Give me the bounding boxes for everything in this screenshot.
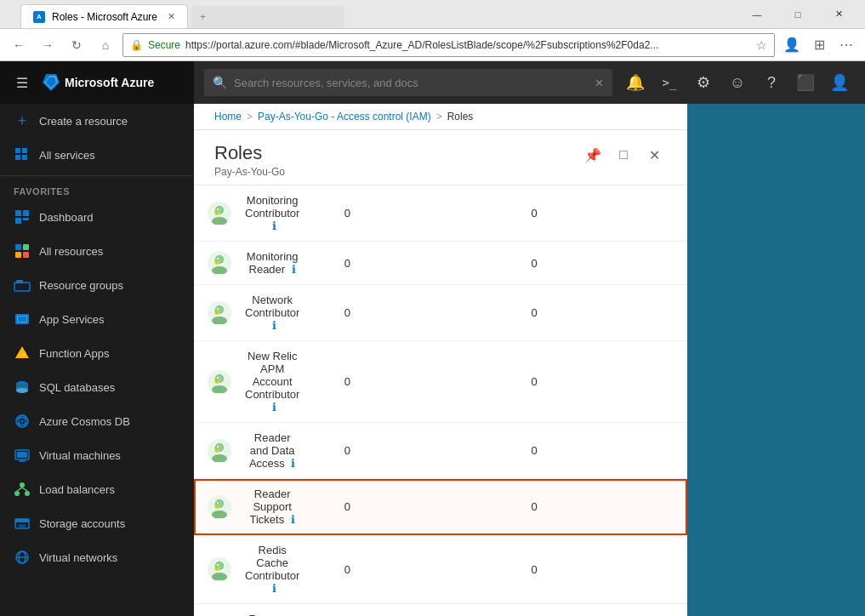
refresh-button[interactable]: ↻ [65,33,88,57]
role-col1: 0 [313,341,381,423]
sidebar-item-app-services[interactable]: App Services [0,302,194,336]
blade-title: Roles [214,142,285,164]
info-icon[interactable]: ℹ [272,401,276,414]
sidebar-item-create-resource[interactable]: + Create a resource [0,104,194,138]
sidebar-item-cosmos-db[interactable]: Azure Cosmos DB [0,404,194,438]
topnav-action-buttons: 🔔 >_ ⚙ ☺ ? ⬛ 👤 [620,67,855,98]
table-row[interactable]: Monitoring Reader ℹ00 [194,242,687,285]
search-input[interactable] [234,77,588,89]
blade-subtitle: Pay-As-You-Go [214,166,285,178]
table-row[interactable]: Reader and Data Access ℹ00 [194,423,687,479]
maximize-button[interactable]: □ [778,3,817,26]
app-services-icon [14,311,31,328]
table-row[interactable]: New Relic APM Account Contributor ℹ00 [194,341,687,423]
sidebar-item-storage-accounts[interactable]: Storage accounts [0,506,194,540]
breadcrumb-home[interactable]: Home [214,111,242,123]
sidebar-all-services-label: All services [39,149,95,162]
svg-point-24 [16,388,28,393]
role-name-cell[interactable]: Monitoring Reader ℹ [231,242,313,285]
svg-rect-9 [15,218,21,224]
sidebar-function-apps-label: Function Apps [39,347,109,360]
smiley-button[interactable]: ☺ [722,67,753,98]
sidebar-item-all-services[interactable]: All services [0,138,194,172]
sidebar-item-virtual-networks[interactable]: Virtual networks [0,540,194,574]
role-name-cell[interactable]: Monitoring Contributor ℹ [231,185,313,242]
sidebar-item-function-apps[interactable]: ⚡ Function Apps [0,336,194,370]
sidebar-item-all-resources[interactable]: All resources [0,234,194,268]
svg-line-37 [17,488,22,491]
info-icon[interactable]: ℹ [272,319,276,332]
home-button[interactable]: ⌂ [94,33,117,57]
role-avatar-cell [194,479,231,535]
bookmark-icon[interactable]: ☆ [756,38,767,52]
role-col2: 0 [381,604,687,617]
table-row[interactable]: Redis Cache Contributor ℹ00 [194,535,687,604]
settings-button[interactable]: ⋯ [834,33,858,57]
top-navigation: 🔍 ✕ 🔔 >_ ⚙ ☺ ? ⬛ 👤 [194,61,865,104]
svg-point-49 [217,208,219,210]
table-row[interactable]: Monitoring Contributor ℹ00 [194,185,687,242]
role-avatar [208,557,231,581]
role-col1: 0 [313,242,381,285]
search-clear-icon[interactable]: ✕ [595,77,604,89]
forward-button[interactable]: → [36,33,60,57]
tab-close-button[interactable]: ✕ [168,11,175,22]
role-name-text: Monitoring Contributor [245,194,299,220]
sidebar-divider-1 [0,175,194,176]
sidebar-item-virtual-machines[interactable]: Virtual machines [0,438,194,472]
breadcrumb-payg[interactable]: Pay-As-You-Go - Access control (IAM) [258,111,431,123]
svg-rect-10 [23,218,29,220]
blade-close-button[interactable]: ✕ [641,142,667,168]
info-icon[interactable]: ℹ [272,220,276,232]
role-col1: 0 [313,604,381,617]
sidebar-item-dashboard[interactable]: Dashboard [0,200,194,234]
info-icon[interactable]: ℹ [288,263,296,276]
active-tab[interactable]: A Roles - Microsoft Azure ✕ [20,4,188,28]
table-row[interactable]: Reader Support Tickets ℹ00 [194,479,687,535]
role-avatar [208,495,231,519]
svg-rect-6 [22,155,27,160]
global-search[interactable]: 🔍 ✕ [204,69,612,96]
svg-rect-13 [15,252,21,258]
blade-pin-button[interactable]: 📌 [580,142,606,168]
minimize-button[interactable]: — [737,3,777,26]
user-account-button[interactable]: 👤 [824,67,855,98]
svg-rect-19 [18,317,26,322]
back-button[interactable]: ← [7,33,31,57]
info-icon[interactable]: ℹ [288,457,296,470]
role-avatar-cell [194,242,231,285]
role-col2: 0 [381,185,687,242]
sidebar-item-resource-groups[interactable]: Resource groups [0,268,194,302]
azure-logo-icon [41,72,61,93]
role-name-cell[interactable]: Resource Policy Contributor (Preview) ℹ [231,604,313,617]
portal-menu-button[interactable]: ⬛ [790,67,821,98]
address-bar[interactable]: 🔒 Secure https://portal.azure.com/#blade… [122,33,775,57]
help-button[interactable]: ? [756,67,787,98]
cloud-shell-button[interactable]: >_ [654,67,685,98]
role-name-cell[interactable]: Reader Support Tickets ℹ [231,479,313,535]
sidebar-item-load-balancers[interactable]: Load balancers [0,472,194,506]
info-icon[interactable]: ℹ [272,582,276,595]
reader-mode-button[interactable]: ⊞ [807,33,831,57]
role-name-cell[interactable]: Redis Cache Contributor ℹ [231,535,313,604]
breadcrumb-sep-2: > [436,111,442,123]
sidebar-favorites-title: FAVORITES [0,180,194,200]
extensions-button[interactable]: 👤 [780,33,804,57]
info-icon[interactable]: ℹ [287,513,295,526]
role-name-cell[interactable]: New Relic APM Account Contributor ℹ [231,341,313,423]
role-col1: 0 [313,285,381,341]
table-row[interactable]: Network Contributor ℹ00 [194,285,687,341]
notifications-button[interactable]: 🔔 [620,67,651,98]
table-row[interactable]: Resource Policy Contributor (Preview) ℹ0… [194,604,687,617]
close-button[interactable]: ✕ [819,3,858,26]
role-avatar [208,370,231,394]
sidebar-item-sql-databases[interactable]: SQL databases [0,370,194,404]
main-panel: 🔍 ✕ 🔔 >_ ⚙ ☺ ? ⬛ 👤 Home > [194,61,865,616]
settings-button[interactable]: ⚙ [688,67,719,98]
sidebar-menu-button[interactable]: ☰ [7,67,37,98]
new-tab[interactable]: + [191,6,344,28]
blade-maximize-button[interactable]: □ [611,142,636,168]
role-name-cell[interactable]: Network Contributor ℹ [231,285,313,341]
vm-icon [14,447,31,464]
role-name-cell[interactable]: Reader and Data Access ℹ [231,423,313,479]
